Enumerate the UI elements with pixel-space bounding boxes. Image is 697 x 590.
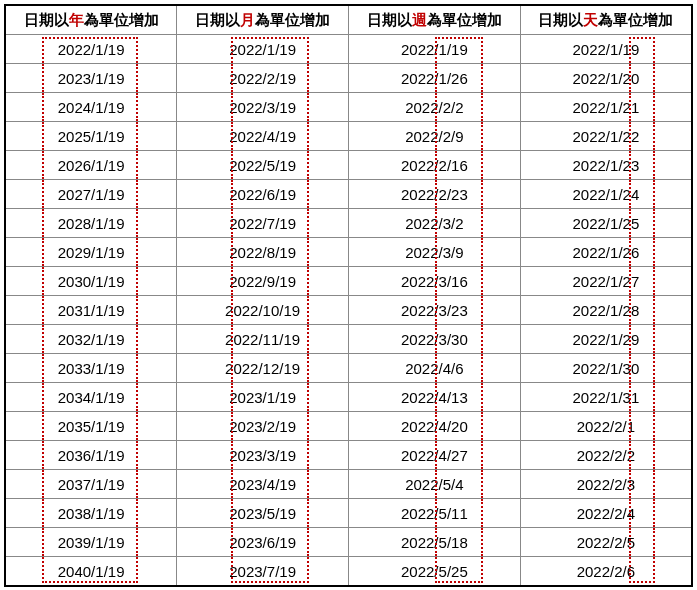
cell-value: 2036/1/19 bbox=[58, 447, 125, 464]
cell-value: 2024/1/19 bbox=[58, 99, 125, 116]
cell-value: 2022/4/19 bbox=[229, 128, 296, 145]
table-cell: 2022/4/19 bbox=[177, 122, 349, 151]
table-row: 2032/1/192022/11/192022/3/302022/1/29 bbox=[5, 325, 692, 354]
cell-value: 2022/4/20 bbox=[401, 418, 468, 435]
table-cell: 2028/1/19 bbox=[5, 209, 177, 238]
table-cell: 2022/5/18 bbox=[349, 528, 521, 557]
table-cell: 2022/1/19 bbox=[349, 35, 521, 64]
table-cell: 2022/4/13 bbox=[349, 383, 521, 412]
cell-value: 2022/2/4 bbox=[577, 505, 635, 522]
cell-value: 2025/1/19 bbox=[58, 128, 125, 145]
cell-value: 2028/1/19 bbox=[58, 215, 125, 232]
cell-value: 2040/1/19 bbox=[58, 563, 125, 580]
cell-value: 2022/5/19 bbox=[229, 157, 296, 174]
cell-value: 2023/4/19 bbox=[229, 476, 296, 493]
cell-value: 2022/2/2 bbox=[577, 447, 635, 464]
table-cell: 2022/1/27 bbox=[520, 267, 692, 296]
cell-value: 2022/8/19 bbox=[229, 244, 296, 261]
cell-value: 2022/3/30 bbox=[401, 331, 468, 348]
cell-value: 2022/2/3 bbox=[577, 476, 635, 493]
table-cell: 2022/4/20 bbox=[349, 412, 521, 441]
column-header-1: 日期以月為單位增加 bbox=[177, 5, 349, 35]
cell-value: 2031/1/19 bbox=[58, 302, 125, 319]
cell-value: 2022/4/27 bbox=[401, 447, 468, 464]
table-cell: 2030/1/19 bbox=[5, 267, 177, 296]
table-cell: 2022/1/19 bbox=[177, 35, 349, 64]
table-cell: 2035/1/19 bbox=[5, 412, 177, 441]
header-suffix: 為單位增加 bbox=[84, 11, 159, 28]
cell-value: 2023/1/19 bbox=[58, 70, 125, 87]
table-row: 2024/1/192022/3/192022/2/22022/1/21 bbox=[5, 93, 692, 122]
cell-value: 2022/2/23 bbox=[401, 186, 468, 203]
table-cell: 2022/2/16 bbox=[349, 151, 521, 180]
table-cell: 2022/3/2 bbox=[349, 209, 521, 238]
table-cell: 2040/1/19 bbox=[5, 557, 177, 587]
cell-value: 2022/1/21 bbox=[573, 99, 640, 116]
table-cell: 2034/1/19 bbox=[5, 383, 177, 412]
table-row: 2030/1/192022/9/192022/3/162022/1/27 bbox=[5, 267, 692, 296]
table-cell: 2029/1/19 bbox=[5, 238, 177, 267]
header-row: 日期以年為單位增加日期以月為單位增加日期以週為單位增加日期以天為單位增加 bbox=[5, 5, 692, 35]
table-cell: 2022/2/5 bbox=[520, 528, 692, 557]
table-cell: 2027/1/19 bbox=[5, 180, 177, 209]
cell-value: 2022/1/28 bbox=[573, 302, 640, 319]
table-cell: 2039/1/19 bbox=[5, 528, 177, 557]
table-cell: 2022/1/22 bbox=[520, 122, 692, 151]
cell-value: 2023/1/19 bbox=[229, 389, 296, 406]
table-cell: 2022/5/4 bbox=[349, 470, 521, 499]
table-cell: 2022/11/19 bbox=[177, 325, 349, 354]
table-cell: 2022/1/30 bbox=[520, 354, 692, 383]
cell-value: 2022/1/29 bbox=[573, 331, 640, 348]
table-row: 2039/1/192023/6/192022/5/182022/2/5 bbox=[5, 528, 692, 557]
cell-value: 2022/1/26 bbox=[573, 244, 640, 261]
header-suffix: 為單位增加 bbox=[427, 11, 502, 28]
table-cell: 2026/1/19 bbox=[5, 151, 177, 180]
table-cell: 2022/1/20 bbox=[520, 64, 692, 93]
table-cell: 2023/5/19 bbox=[177, 499, 349, 528]
table-row: 2037/1/192023/4/192022/5/42022/2/3 bbox=[5, 470, 692, 499]
table-cell: 2022/2/19 bbox=[177, 64, 349, 93]
table-row: 2036/1/192023/3/192022/4/272022/2/2 bbox=[5, 441, 692, 470]
table-cell: 2022/3/16 bbox=[349, 267, 521, 296]
table-cell: 2025/1/19 bbox=[5, 122, 177, 151]
cell-value: 2022/2/5 bbox=[577, 534, 635, 551]
table-cell: 2022/10/19 bbox=[177, 296, 349, 325]
cell-value: 2035/1/19 bbox=[58, 418, 125, 435]
table-cell: 2022/2/9 bbox=[349, 122, 521, 151]
table-cell: 2022/9/19 bbox=[177, 267, 349, 296]
table-cell: 2022/6/19 bbox=[177, 180, 349, 209]
cell-value: 2023/6/19 bbox=[229, 534, 296, 551]
header-prefix: 日期以 bbox=[367, 11, 412, 28]
cell-value: 2038/1/19 bbox=[58, 505, 125, 522]
table-row: 2022/1/192022/1/192022/1/192022/1/19 bbox=[5, 35, 692, 64]
table-cell: 2022/1/23 bbox=[520, 151, 692, 180]
table-row: 2028/1/192022/7/192022/3/22022/1/25 bbox=[5, 209, 692, 238]
table-cell: 2023/3/19 bbox=[177, 441, 349, 470]
table-cell: 2022/1/26 bbox=[349, 64, 521, 93]
table-cell: 2022/2/2 bbox=[349, 93, 521, 122]
cell-value: 2022/1/23 bbox=[573, 157, 640, 174]
header-prefix: 日期以 bbox=[24, 11, 69, 28]
table-row: 2027/1/192022/6/192022/2/232022/1/24 bbox=[5, 180, 692, 209]
table-cell: 2022/3/9 bbox=[349, 238, 521, 267]
header-prefix: 日期以 bbox=[538, 11, 583, 28]
table-cell: 2036/1/19 bbox=[5, 441, 177, 470]
header-unit: 年 bbox=[69, 11, 84, 28]
cell-value: 2022/1/24 bbox=[573, 186, 640, 203]
cell-value: 2022/2/2 bbox=[405, 99, 463, 116]
cell-value: 2022/7/19 bbox=[229, 215, 296, 232]
table-cell: 2022/7/19 bbox=[177, 209, 349, 238]
cell-value: 2022/1/19 bbox=[58, 41, 125, 58]
cell-value: 2032/1/19 bbox=[58, 331, 125, 348]
table-row: 2029/1/192022/8/192022/3/92022/1/26 bbox=[5, 238, 692, 267]
table-cell: 2022/3/23 bbox=[349, 296, 521, 325]
column-header-2: 日期以週為單位增加 bbox=[349, 5, 521, 35]
cell-value: 2022/3/9 bbox=[405, 244, 463, 261]
table-row: 2040/1/192023/7/192022/5/252022/2/6 bbox=[5, 557, 692, 587]
cell-value: 2022/1/19 bbox=[401, 41, 468, 58]
table-cell: 2032/1/19 bbox=[5, 325, 177, 354]
cell-value: 2022/1/25 bbox=[573, 215, 640, 232]
table-cell: 2022/5/11 bbox=[349, 499, 521, 528]
column-header-0: 日期以年為單位增加 bbox=[5, 5, 177, 35]
table-cell: 2031/1/19 bbox=[5, 296, 177, 325]
